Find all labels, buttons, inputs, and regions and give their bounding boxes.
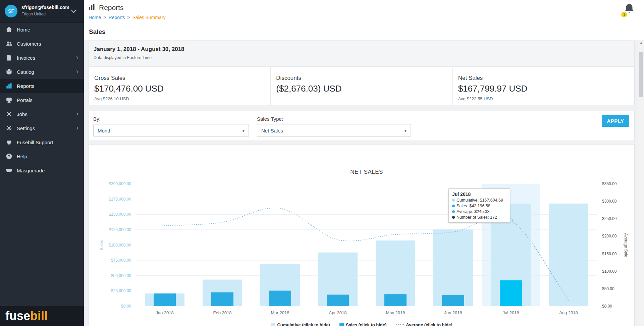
sidebar-item-invoices[interactable]: $Invoices›	[0, 51, 84, 65]
legend-label: Sales (click to hide)	[346, 322, 386, 326]
sidebar-item-fusebill-support[interactable]: Fusebill Support	[0, 135, 84, 149]
sales-header: Sales	[84, 24, 644, 40]
stat-gross-sales: Gross Sales$170,476.00 USDAvg $226.10 US…	[89, 67, 270, 105]
scrollbar-thumb[interactable]	[639, 52, 643, 97]
legend-swatch	[271, 323, 275, 326]
masquerade-icon	[6, 167, 12, 174]
breadcrumb-home[interactable]: Home	[89, 15, 101, 20]
avatar: SF	[5, 5, 17, 17]
sidebar: SF sfrigon@fusebill.com Frigon United Ho…	[0, 0, 84, 326]
legend-swatch	[339, 323, 344, 326]
legend-item-cumulative[interactable]: Cumulative (click to hide)	[271, 322, 330, 326]
page-title: Sales	[84, 24, 644, 36]
sidebar-item-jobs[interactable]: Jobs›	[0, 107, 84, 121]
sidebar-item-label: Help	[17, 154, 27, 159]
notification-badge: 1	[621, 12, 627, 17]
tooltip-text: Sales: $42,196.58	[457, 204, 490, 208]
stats-row: Gross Sales$170,476.00 USDAvg $226.10 US…	[89, 67, 634, 105]
page-header-title: Reports	[99, 4, 124, 12]
summary-panel: January 1, 2018 - August 30, 2018 Data d…	[89, 41, 635, 105]
tooltip-dot	[452, 199, 455, 202]
stat-label: Discounts	[276, 75, 452, 82]
stat-value: $170,476.00 USD	[94, 84, 270, 94]
tooltip-dot	[452, 205, 455, 207]
sales-type-select[interactable]: Net Sales ▾	[257, 124, 411, 137]
x-axis-label: May 2018	[386, 310, 405, 315]
tooltip-row: Cumulative: $167,604.69	[452, 198, 506, 203]
sidebar-item-catalog[interactable]: Catalog›	[0, 65, 84, 79]
stat-label: Gross Sales	[94, 75, 270, 82]
right-axis-tick: $100.00	[602, 269, 616, 274]
legend-label: Average (click to hide)	[406, 322, 452, 326]
user-email: sfrigon@fusebill.com	[21, 5, 69, 10]
right-axis-tick: $200.00	[602, 234, 616, 238]
sidebar-item-label: Customers	[17, 41, 41, 47]
invoices-icon: $	[6, 54, 12, 61]
by-label: By:	[93, 116, 249, 122]
sales-type-label: Sales Type:	[257, 116, 411, 122]
sidebar-nav: HomeCustomers$Invoices›Catalog›ReportsPo…	[0, 22, 84, 177]
tooltip-dot	[452, 210, 455, 213]
left-axis-tick: $200,000.00	[109, 181, 131, 186]
chevron-down-icon: ▾	[242, 128, 245, 133]
right-axis-tick: $300.00	[602, 199, 616, 204]
scrollbar[interactable]: ▲	[638, 40, 644, 326]
sidebar-item-home[interactable]: Home	[0, 22, 84, 37]
svg-text:$: $	[8, 56, 9, 60]
user-menu[interactable]: SF sfrigon@fusebill.com Frigon United	[0, 0, 84, 23]
by-select[interactable]: Month ▾	[93, 124, 249, 137]
right-axis-tick: $350.00	[602, 181, 616, 186]
sidebar-item-help[interactable]: ?Help	[0, 149, 84, 163]
sales-type-filter-group: Sales Type: Net Sales ▾	[257, 116, 411, 137]
right-axis-tick: $0.00	[602, 304, 612, 309]
stat-subtext: Avg $226.10 USD	[94, 96, 270, 101]
chart-canvas	[136, 184, 597, 306]
scroll-up-icon[interactable]: ▲	[638, 40, 644, 46]
chevron-right-icon: ›	[76, 67, 78, 74]
left-axis-tick: $100,000.00	[109, 243, 131, 248]
breadcrumb-sales-summary: Sales Summary	[132, 15, 166, 20]
date-header: January 1, 2018 - August 30, 2018 Data d…	[89, 41, 634, 67]
chart-plot[interactable]: Jul 2018 Cumulative: $167,604.69Sales: $…	[136, 184, 597, 306]
chart-title: NET SALES	[136, 169, 597, 175]
tooltip-row: Average: $245.33	[452, 209, 506, 214]
legend-item-average[interactable]: Average (click to hide)	[396, 322, 452, 326]
chart-panel: NET SALES Sales Average Sale $0.00$25,00…	[89, 144, 635, 326]
left-axis-tick: $50,000.00	[111, 273, 131, 278]
app-root: SF sfrigon@fusebill.com Frigon United Ho…	[0, 0, 644, 326]
sidebar-item-portals[interactable]: Portals	[0, 93, 84, 107]
stat-subtext: Avg $222.55 USD	[458, 96, 634, 101]
sidebar-item-customers[interactable]: Customers	[0, 37, 84, 51]
apply-button[interactable]: APPLY	[602, 115, 629, 127]
sidebar-item-reports[interactable]: Reports	[0, 79, 84, 93]
chart-legend: Cumulative (click to hide)Sales (click t…	[89, 322, 634, 326]
x-axis-label: Feb 2018	[213, 310, 232, 315]
stat-label: Net Sales	[458, 75, 634, 82]
title-row: Reports	[88, 3, 124, 12]
sidebar-item-label: Jobs	[17, 111, 28, 117]
svg-text:?: ?	[8, 154, 10, 158]
user-info: sfrigon@fusebill.com Frigon United	[21, 5, 69, 16]
chevron-right-icon: ›	[76, 124, 78, 131]
sidebar-item-label: Home	[17, 27, 30, 33]
chevron-right-icon: ›	[76, 53, 78, 60]
sidebar-item-label: Portals	[17, 97, 33, 103]
home-icon	[6, 26, 12, 33]
stat-value: $167,799.97 USD	[458, 84, 634, 94]
legend-item-sales[interactable]: Sales (click to hide)	[339, 322, 386, 326]
sidebar-item-label: Fusebill Support	[17, 140, 53, 145]
x-axis-labels: Jan 2018Feb 2018Mar 2018Apr 2018May 2018…	[136, 310, 597, 317]
notifications-button[interactable]: 1	[621, 3, 635, 18]
sidebar-item-masquerade[interactable]: Masquerade	[0, 163, 84, 177]
tooltip-row: Sales: $42,196.58	[452, 204, 506, 208]
tooltip-dot	[452, 216, 455, 219]
left-axis-tick: $25,000.00	[111, 288, 131, 293]
logo-area: fusebill	[0, 306, 84, 326]
tooltip-text: Cumulative: $167,604.69	[457, 198, 503, 203]
settings-icon	[6, 125, 12, 131]
sidebar-item-settings[interactable]: Settings›	[0, 121, 84, 135]
breadcrumb-reports[interactable]: Reports	[109, 15, 125, 20]
sidebar-item-label: Invoices	[17, 55, 35, 61]
timezone-note: Data displayed in Eastern Time	[94, 55, 634, 60]
x-axis-label: Jul 2018	[502, 310, 519, 315]
